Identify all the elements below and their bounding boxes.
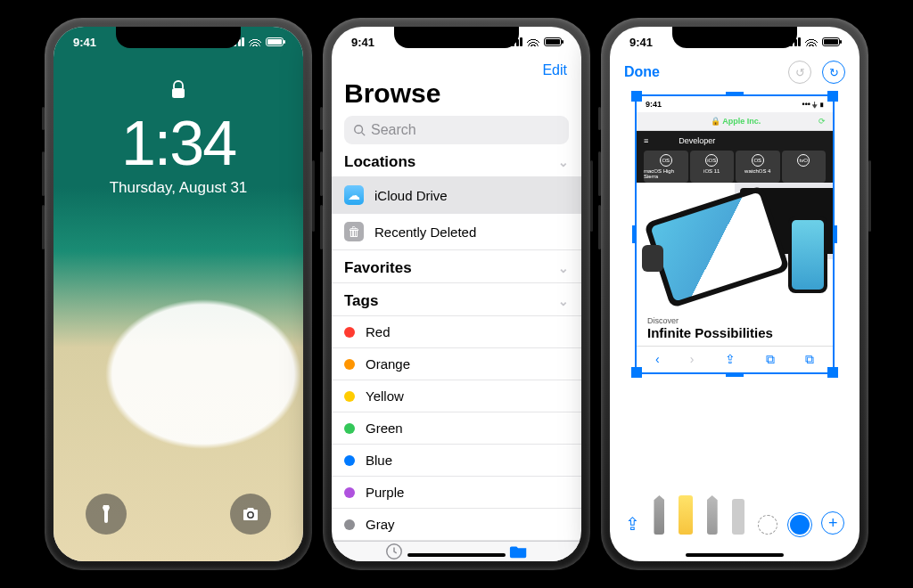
- shot-status-time: 9:41: [646, 100, 662, 109]
- tag-label: Green: [366, 421, 403, 436]
- battery-icon: [266, 37, 284, 46]
- tag-color-dot: [344, 519, 355, 530]
- shot-status-icons: ••• ⏚ ▮: [802, 100, 824, 109]
- tab-browse[interactable]: Browse: [456, 542, 581, 561]
- location-label: Recently Deleted: [374, 225, 476, 240]
- chevron-down-icon: ⌄: [558, 294, 569, 308]
- crop-handle[interactable]: [631, 367, 642, 378]
- tag-label: Yellow: [366, 388, 404, 404]
- tag-color-dot: [344, 327, 355, 338]
- color-picker[interactable]: [790, 515, 810, 535]
- section-header-tags[interactable]: Tags ⌄: [332, 283, 581, 316]
- discover-kicker: Discover: [647, 316, 822, 325]
- home-indicator[interactable]: [686, 553, 784, 557]
- tag-color-dot: [344, 359, 355, 370]
- crop-handle[interactable]: [726, 373, 744, 377]
- crop-handle[interactable]: [834, 225, 837, 243]
- chevron-down-icon: ⌄: [558, 155, 569, 169]
- os-pill: OSmacOS High Sierra: [644, 151, 688, 183]
- done-button[interactable]: Done: [624, 64, 660, 80]
- status-time: 9:41: [351, 36, 374, 49]
- svg-rect-0: [172, 88, 185, 98]
- location-label: iCloud Drive: [374, 188, 448, 203]
- tag-row[interactable]: Blue: [332, 445, 581, 477]
- svg-line-3: [362, 133, 366, 136]
- notch: [394, 27, 519, 48]
- crop-handle[interactable]: [827, 367, 838, 378]
- tag-row[interactable]: Gray: [332, 509, 581, 541]
- tag-label: Purple: [366, 485, 404, 500]
- os-pill: OSwatchOS 4: [736, 151, 780, 183]
- svg-point-2: [355, 126, 363, 134]
- tag-row[interactable]: Yellow: [332, 380, 581, 412]
- lasso-tool[interactable]: [758, 515, 777, 535]
- iphone-files-app: 9:41 Edit Browse Search Locations ⌄ ☁ iC…: [323, 18, 590, 570]
- discover-title: Infinite Possibilities: [647, 325, 822, 340]
- wifi-icon: [249, 37, 261, 46]
- tabs-icon[interactable]: ⧉: [805, 352, 814, 367]
- tag-label: Orange: [366, 356, 410, 372]
- edit-button[interactable]: Edit: [542, 62, 567, 78]
- crop-handle[interactable]: [632, 225, 636, 243]
- crop-frame[interactable]: 9:41 ••• ⏚ ▮ 🔒 Apple Inc. ⟳ ≡ Developer …: [635, 94, 835, 374]
- tab-recents[interactable]: Recents: [332, 542, 456, 561]
- safari-toolbar: ‹ › ⇪ ⧉ ⧉: [637, 346, 833, 372]
- home-indicator[interactable]: [407, 553, 506, 557]
- undo-button[interactable]: ↺: [788, 61, 811, 84]
- page-title: Browse: [344, 78, 569, 109]
- tag-label: Red: [366, 324, 391, 339]
- crop-handle[interactable]: [631, 91, 642, 102]
- tag-color-dot: [344, 487, 355, 498]
- pen-tool[interactable]: [652, 495, 666, 535]
- section-header-favorites[interactable]: Favorites ⌄: [332, 250, 581, 283]
- pencil-tool[interactable]: [705, 495, 720, 535]
- tag-color-dot: [344, 455, 355, 466]
- notch: [672, 27, 797, 48]
- folder-icon: [508, 542, 530, 561]
- eraser-tool[interactable]: [731, 499, 745, 535]
- flashlight-button[interactable]: [86, 494, 127, 535]
- highlighter-tool[interactable]: [679, 495, 693, 535]
- iphone-lockscreen: 9:41 1:34 Thursday, August 31: [45, 18, 312, 570]
- redo-button[interactable]: ↻: [822, 61, 845, 84]
- add-shape-button[interactable]: +: [821, 511, 844, 535]
- search-icon: [353, 124, 366, 136]
- crop-handle[interactable]: [726, 92, 744, 95]
- lock-icon: [53, 80, 303, 104]
- status-time: 9:41: [73, 36, 96, 49]
- screenshot-content: 9:41 ••• ⏚ ▮ 🔒 Apple Inc. ⟳ ≡ Developer …: [637, 96, 833, 372]
- status-time: 9:41: [629, 36, 653, 49]
- search-placeholder: Search: [371, 122, 416, 138]
- location-recently-deleted[interactable]: 🗑 Recently Deleted: [332, 214, 581, 250]
- tag-color-dot: [344, 423, 355, 434]
- tag-row[interactable]: Purple: [332, 477, 581, 509]
- tag-label: Gray: [366, 517, 395, 532]
- share-button[interactable]: ⇪: [625, 513, 640, 535]
- tab-bar: Recents Browse: [332, 541, 581, 561]
- tag-row[interactable]: Orange: [332, 348, 581, 380]
- section-header-locations[interactable]: Locations ⌄: [332, 144, 581, 177]
- wifi-icon: [527, 37, 539, 46]
- tag-row[interactable]: Green: [332, 412, 581, 445]
- camera-button[interactable]: [230, 494, 271, 535]
- refresh-icon: ⟳: [818, 117, 826, 126]
- back-icon[interactable]: ‹: [655, 352, 660, 367]
- os-pill: tvO: [782, 151, 827, 183]
- hero-devices-illustration: [637, 183, 833, 307]
- wifi-icon: [805, 37, 818, 46]
- battery-icon: [544, 37, 562, 46]
- battery-icon: [822, 37, 840, 46]
- forward-icon[interactable]: ›: [690, 352, 695, 367]
- os-pill: iOSiOS 11: [690, 151, 735, 183]
- safari-address-bar: 🔒 Apple Inc. ⟳: [637, 112, 833, 131]
- location-icloud-drive[interactable]: ☁ iCloud Drive: [332, 177, 581, 214]
- tag-row[interactable]: Red: [332, 316, 581, 348]
- bookmarks-icon[interactable]: ⧉: [766, 352, 775, 367]
- iphone-markup-editor: 9:41 Done ↺ ↻ 9:41: [601, 18, 868, 570]
- developer-brand: ≡ Developer: [644, 136, 826, 145]
- search-input[interactable]: Search: [344, 116, 569, 144]
- lock-time: 1:34: [53, 108, 303, 179]
- share-icon[interactable]: ⇪: [725, 352, 736, 367]
- lock-date: Thursday, August 31: [53, 179, 303, 197]
- crop-handle[interactable]: [827, 91, 838, 102]
